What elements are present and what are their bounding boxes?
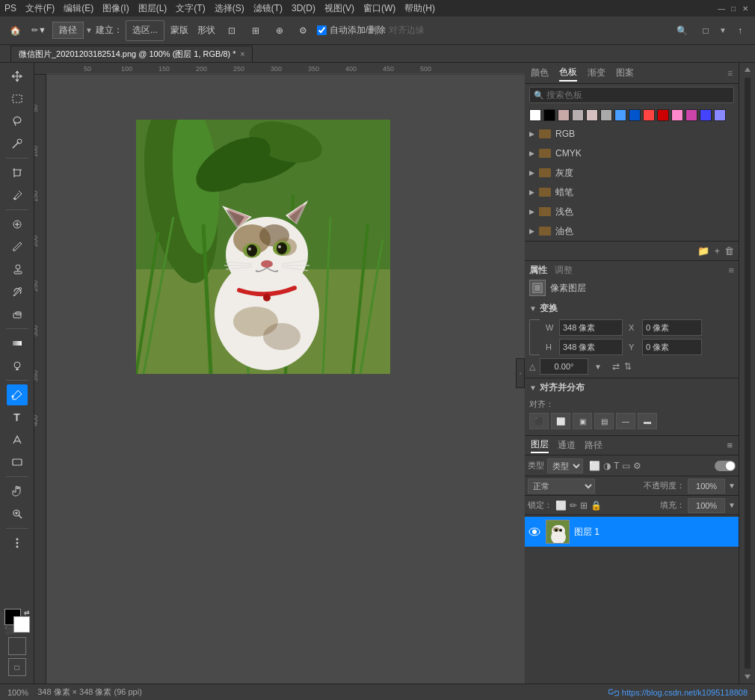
settings-icon[interactable]: ⚙ — [293, 20, 314, 41]
magic-wand-tool[interactable] — [7, 133, 28, 154]
blend-mode-dropdown[interactable]: 正常 — [528, 479, 595, 494]
menu-layer[interactable]: 图层(L) — [138, 2, 167, 15]
opacity-input[interactable] — [688, 479, 725, 494]
fill-dropdown[interactable]: ▼ — [728, 501, 736, 509]
layer-item-1[interactable]: 图层 1 — [525, 517, 739, 547]
menu-select[interactable]: 选择(S) — [215, 2, 244, 15]
stamp-tool[interactable] — [7, 259, 28, 280]
y-input[interactable] — [642, 339, 702, 355]
background-color[interactable] — [13, 616, 30, 633]
panel-collapse-icon[interactable]: ≡ — [727, 68, 733, 79]
flip-h-icon[interactable]: ⇄ — [612, 361, 620, 372]
lock-artboard-icon[interactable]: ⊞ — [580, 500, 588, 511]
path-selection-tool[interactable] — [7, 429, 28, 450]
panel-collapse-left[interactable]: › — [516, 358, 525, 388]
layers-panel-menu[interactable]: ≡ — [727, 440, 733, 451]
swatch-violet[interactable] — [700, 109, 712, 121]
select-rect-tool[interactable] — [7, 88, 28, 109]
search-button[interactable]: 🔍 — [671, 20, 692, 41]
zoom-tool[interactable] — [7, 503, 28, 524]
menu-text[interactable]: 文字(T) — [176, 2, 205, 15]
type-tool[interactable]: T — [7, 407, 28, 428]
menu-file[interactable]: 文件(F) — [25, 2, 55, 15]
align-collapse-arrow[interactable]: ▼ — [529, 384, 537, 392]
color-group-grayscale[interactable]: ▶ 灰度 — [525, 163, 739, 182]
history-brush-tool[interactable] — [7, 281, 28, 302]
icon-btn-3[interactable]: ⊕ — [269, 20, 290, 41]
menu-view[interactable]: 视图(V) — [324, 2, 354, 15]
menu-window[interactable]: 窗口(W) — [363, 2, 395, 15]
menu-help[interactable]: 帮助(H) — [404, 2, 435, 15]
move-tool[interactable] — [7, 66, 28, 87]
swatch-pink-gray[interactable] — [558, 109, 570, 121]
path-brush-button[interactable]: ✏▼ — [28, 20, 49, 41]
csdn-link[interactable]: https://blog.csdn.net/k1095118808 — [622, 688, 748, 697]
flip-v-icon[interactable]: ⇅ — [624, 361, 632, 372]
shape-button[interactable]: 形状 — [194, 20, 218, 41]
filter-pixel-icon[interactable]: ⬜ — [589, 461, 600, 471]
filter-effect-icon[interactable]: ⚙ — [633, 461, 641, 471]
pen-tool[interactable] — [7, 384, 28, 405]
swatch-light-blue[interactable] — [614, 109, 626, 121]
screen-mode-button[interactable]: □ — [8, 658, 26, 676]
filter-shape-icon[interactable]: ▭ — [622, 461, 630, 471]
select-button[interactable]: 选区... — [126, 20, 164, 41]
menu-edit[interactable]: 编辑(E) — [64, 2, 93, 15]
eyedropper-tool[interactable] — [7, 185, 28, 206]
tab-color[interactable]: 颜色 — [531, 65, 549, 81]
auto-add-checkbox[interactable] — [317, 25, 327, 35]
swatch-black[interactable] — [543, 109, 555, 121]
align-left-btn[interactable]: ⬛ — [529, 413, 549, 429]
panel-bottom-arrow[interactable] — [742, 670, 754, 682]
swatches-search-input[interactable] — [529, 87, 734, 103]
lock-pixel-icon[interactable]: ⬜ — [555, 500, 567, 511]
rotate-input[interactable] — [540, 358, 588, 375]
swatch-light-violet[interactable] — [714, 109, 726, 121]
swatch-light-gray[interactable] — [572, 109, 584, 121]
layer-visibility-icon[interactable] — [528, 525, 541, 538]
filter-type-text-icon[interactable]: T — [614, 461, 619, 471]
filter-adjust-icon[interactable]: ◑ — [603, 461, 611, 471]
color-group-light[interactable]: ▶ 浅色 — [525, 202, 739, 221]
swatch-magenta[interactable] — [685, 109, 697, 121]
swatch-dark-red[interactable] — [657, 109, 669, 121]
tab-close-button[interactable]: × — [241, 50, 245, 58]
brush-tool[interactable] — [7, 236, 28, 257]
filter-type-dropdown[interactable]: 类型 — [547, 458, 583, 473]
more-tools[interactable] — [7, 532, 28, 553]
height-input[interactable] — [559, 339, 623, 355]
panel-top-arrow[interactable] — [742, 64, 754, 76]
document-tab[interactable]: 微信图片_20201203182514.png @ 100% (图层 1, RG… — [10, 46, 253, 62]
close-button[interactable]: ✕ — [740, 3, 751, 13]
color-group-crayon[interactable]: ▶ 蜡笔 — [525, 182, 739, 202]
hand-tool[interactable] — [7, 481, 28, 502]
swatch-pink[interactable] — [671, 109, 683, 121]
minimize-button[interactable]: — — [716, 3, 727, 13]
swap-colors-icon[interactable]: ⇄ — [24, 609, 30, 616]
x-input[interactable] — [642, 319, 702, 336]
menu-image[interactable]: 图像(I) — [102, 2, 129, 15]
menu-3d[interactable]: 3D(D) — [292, 3, 315, 13]
color-group-cmyk[interactable]: ▶ CMYK — [525, 144, 739, 163]
lock-position-icon[interactable]: ✏ — [570, 500, 577, 511]
properties-menu-icon[interactable]: ≡ — [728, 265, 734, 276]
swatch-white[interactable] — [529, 109, 541, 121]
filter-toggle-btn[interactable] — [715, 461, 736, 471]
menu-ps[interactable]: PS — [4, 3, 16, 13]
swatch-medium-gray[interactable] — [600, 109, 612, 121]
lock-all-icon[interactable]: 🔒 — [591, 500, 602, 511]
path-dropdown[interactable]: 路径 — [52, 22, 84, 39]
gradient-tool[interactable] — [7, 333, 28, 354]
align-top-btn[interactable]: ▤ — [594, 413, 614, 429]
opacity-dropdown[interactable]: ▼ — [728, 482, 736, 490]
icon-btn-1[interactable]: ⊡ — [221, 20, 242, 41]
eraser-tool[interactable] — [7, 304, 28, 325]
menu-filter[interactable]: 滤镜(T) — [253, 2, 283, 15]
swatch-light-pink[interactable] — [586, 109, 598, 121]
quick-mask-mode[interactable] — [8, 637, 26, 655]
layout-button[interactable]: □ — [695, 20, 716, 41]
heal-tool[interactable] — [7, 214, 28, 235]
align-right-btn[interactable]: ▣ — [573, 413, 592, 429]
color-group-oil[interactable]: ▶ 油色 — [525, 221, 739, 241]
new-folder-icon[interactable]: 📁 — [697, 245, 709, 257]
